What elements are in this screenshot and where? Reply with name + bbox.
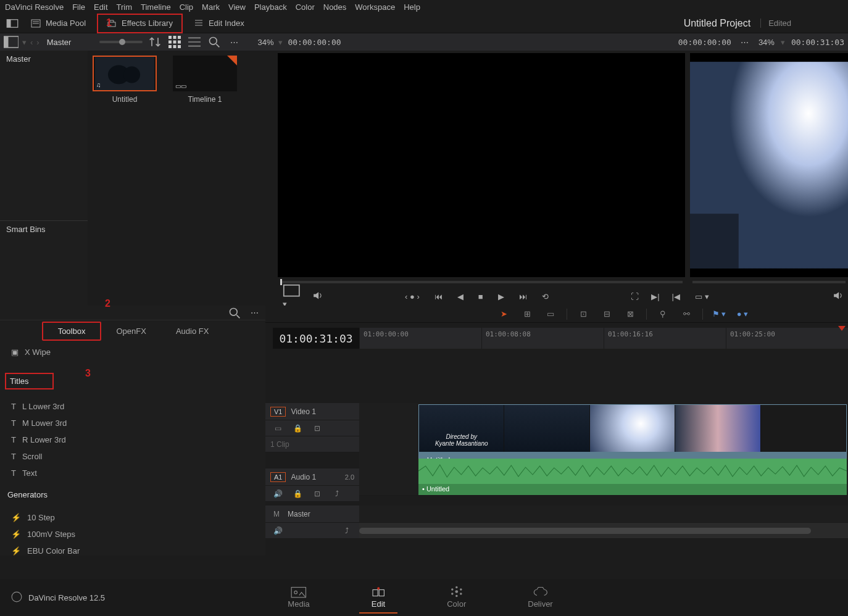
tab-openfx[interactable]: OpenFX [101, 323, 160, 339]
media-pool-button[interactable]: Media Pool [22, 15, 94, 32]
timeline-scrollbar[interactable] [359, 523, 848, 539]
master-bin[interactable]: Master [0, 51, 88, 67]
zoom-chevron-icon[interactable]: ▾ [278, 38, 283, 47]
mute-icon[interactable]: 🔊 [270, 489, 285, 498]
chevron-down-icon[interactable]: ▾ [22, 38, 27, 47]
title-r-lower-3rd[interactable]: TR Lower 3rd [5, 431, 260, 448]
search-icon[interactable] [207, 36, 222, 48]
record-scrubber[interactable] [690, 277, 848, 287]
mute-icon[interactable]: 🔊 [270, 527, 285, 535]
clip-thumbnail[interactable]: ▭▭ [173, 56, 237, 91]
first-frame-icon[interactable]: ⏮ [434, 292, 443, 301]
clip-thumbnail[interactable]: ♫ [93, 56, 157, 91]
page-color[interactable]: Color [434, 581, 478, 614]
video-clip-untitled[interactable]: Directed byKyante Masantiano • Untitled [418, 404, 847, 467]
jog-back-icon[interactable]: ‹ ● › [405, 292, 420, 301]
bin-view-icon[interactable] [4, 36, 19, 48]
source-screen[interactable] [278, 53, 685, 277]
track-v1-badge[interactable]: V1 [270, 407, 286, 417]
volume-icon[interactable] [833, 291, 843, 302]
list-view-icon[interactable] [187, 36, 202, 48]
thumbnail-size-slider[interactable] [99, 41, 143, 43]
volume-icon[interactable] [313, 291, 323, 302]
trim-tool-icon[interactable]: ⊞ [520, 309, 534, 318]
timeline-timecode[interactable]: 01:00:31:03 [273, 328, 359, 349]
track-a1-header[interactable]: A1 Audio 1 2.0 [265, 468, 359, 486]
workspace-layout-icon[interactable] [5, 17, 20, 30]
sort-icon[interactable] [148, 36, 162, 48]
menu-view[interactable]: View [228, 2, 246, 12]
selection-tool-icon[interactable]: ➤ [496, 309, 511, 318]
lock-icon[interactable]: 🔒 [290, 489, 305, 498]
generator-10-step[interactable]: ⚡10 Step [5, 509, 260, 526]
bin-path[interactable]: Master [47, 38, 72, 47]
playhead-marker-icon[interactable] [838, 326, 846, 331]
menu-clip[interactable]: Clip [180, 2, 193, 12]
track-master-content[interactable] [359, 506, 848, 523]
menu-file[interactable]: File [72, 2, 85, 12]
section-titles[interactable]: Titles [5, 373, 54, 389]
menu-color[interactable]: Color [296, 2, 315, 12]
menu-nodes[interactable]: Nodes [323, 2, 347, 12]
zoom-chevron-2-icon[interactable]: ▾ [781, 38, 785, 47]
curve-icon[interactable]: ⤴ [330, 489, 344, 498]
record-screen[interactable] [690, 53, 848, 277]
play-icon[interactable]: ▶ [498, 292, 504, 301]
source-zoom[interactable]: 34% [257, 38, 273, 47]
auto-select-icon[interactable]: ⊡ [310, 489, 325, 498]
loop-icon[interactable]: ⟲ [542, 292, 549, 301]
tab-audiofx[interactable]: Audio FX [161, 323, 223, 339]
nav-forward-icon[interactable]: › [36, 38, 39, 47]
track-a1-badge[interactable]: A1 [270, 472, 286, 482]
play-reverse-icon[interactable]: ◀ [457, 292, 463, 301]
effect-x-wipe[interactable]: ▣ X Wipe [5, 344, 260, 360]
tab-toolbox[interactable]: Toolbox [42, 322, 102, 341]
more-icon[interactable]: ⋯ [227, 36, 241, 48]
track-v1-header[interactable]: V1 Video 1 [265, 403, 359, 420]
record-zoom[interactable]: 34% [759, 38, 775, 47]
track-master-header[interactable]: M Master [265, 506, 359, 523]
next-edit-icon[interactable]: ▶| [651, 292, 659, 301]
nav-back-icon[interactable]: ‹ [30, 38, 33, 47]
clip-timeline-1[interactable]: ▭▭ Timeline 1 [173, 56, 237, 104]
match-frame-icon[interactable]: ▾ [283, 284, 301, 308]
link-icon[interactable]: ⚯ [679, 309, 694, 318]
lock-icon[interactable]: 🔒 [290, 424, 305, 433]
section-generators[interactable]: Generators [5, 485, 260, 504]
smart-bins-header[interactable]: Smart Bins [0, 220, 88, 238]
page-media[interactable]: Media [275, 581, 322, 614]
more-icon-2[interactable]: ⋯ [738, 36, 752, 48]
match-frame-icon[interactable]: ▭ ▾ [695, 292, 709, 301]
snap-icon[interactable]: ⚲ [655, 309, 670, 318]
menu-davinci[interactable]: DaVinci Resolve [5, 2, 64, 12]
replace-icon[interactable]: ⊠ [623, 309, 638, 318]
blade-tool-icon[interactable]: ▭ [543, 309, 558, 318]
track-a1-content[interactable]: • Untitled [359, 459, 848, 496]
title-l-lower-3rd[interactable]: TL Lower 3rd [5, 398, 260, 415]
prev-edit-icon[interactable]: |◀ [672, 292, 680, 301]
fullscreen-icon[interactable]: ⛶ [631, 292, 639, 301]
search-icon[interactable] [227, 307, 242, 319]
menu-edit[interactable]: Edit [94, 2, 107, 12]
title-m-lower-3rd[interactable]: TM Lower 3rd [5, 415, 260, 431]
overwrite-icon[interactable]: ⊟ [599, 309, 614, 318]
generator-100mv-steps[interactable]: ⚡100mV Steps [5, 526, 260, 543]
auto-select-icon[interactable]: ⊡ [310, 424, 325, 433]
edit-index-button[interactable]: Edit Index [185, 15, 253, 32]
last-frame-icon[interactable]: ⏭ [519, 292, 527, 301]
track-enable-icon[interactable]: ▭ [270, 424, 285, 433]
stop-icon[interactable]: ■ [478, 292, 483, 301]
curve-icon[interactable]: ⤴ [339, 527, 354, 535]
menu-playback[interactable]: Playback [254, 2, 287, 12]
title-text[interactable]: TText [5, 465, 260, 481]
menu-trim[interactable]: Trim [117, 2, 133, 12]
insert-icon[interactable]: ⊡ [576, 309, 591, 318]
title-scroll[interactable]: TScroll [5, 448, 260, 465]
page-edit[interactable]: Edit [359, 581, 397, 614]
flag-icon[interactable]: ⚑ ▾ [712, 309, 726, 318]
page-deliver[interactable]: Deliver [515, 581, 565, 614]
generator-ebu-color-bar[interactable]: ⚡EBU Color Bar [5, 543, 260, 559]
more-icon[interactable]: ⋯ [247, 307, 262, 319]
source-scrubber[interactable] [278, 277, 685, 287]
menu-mark[interactable]: Mark [202, 2, 220, 12]
